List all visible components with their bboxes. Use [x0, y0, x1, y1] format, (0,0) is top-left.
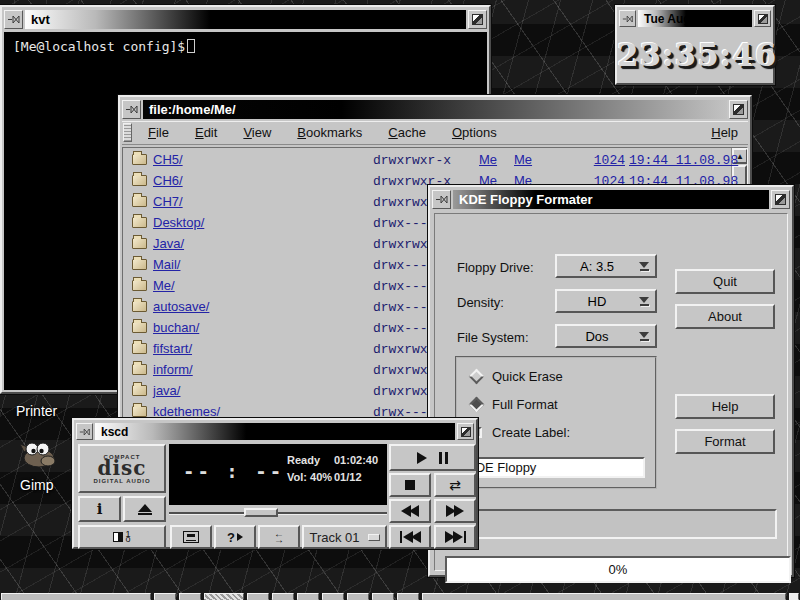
file-name-link[interactable]: java/	[153, 383, 180, 398]
maximize-icon[interactable]	[468, 10, 487, 29]
floppy-drive-combo[interactable]: A: 3.5	[555, 254, 657, 278]
volume-slider-handle[interactable]	[244, 508, 278, 517]
taskbar-button[interactable]	[1, 593, 151, 600]
clock-titlebar[interactable]: Tue Aug 18 1998	[619, 9, 771, 28]
playlist-button[interactable]: ←→	[258, 525, 300, 549]
previous-track-button[interactable]	[389, 525, 431, 549]
folder-icon[interactable]	[132, 196, 147, 207]
file-name-link[interactable]: Desktop/	[153, 215, 204, 230]
folder-icon[interactable]	[132, 406, 147, 417]
cddb-help-button[interactable]: ?	[214, 525, 256, 549]
menubar-drag-handle[interactable]	[123, 123, 132, 142]
taskbar-button[interactable]	[322, 593, 344, 600]
folder-icon[interactable]	[132, 322, 147, 333]
filesystem-combo[interactable]: Dos	[555, 324, 657, 348]
file-name-link[interactable]: Java/	[153, 236, 184, 251]
maximize-icon[interactable]	[457, 423, 474, 440]
floppy-drive-label: Floppy Drive:	[457, 260, 534, 275]
file-name-link[interactable]: CH6/	[153, 173, 183, 188]
eject-button[interactable]	[123, 496, 166, 522]
pin-icon[interactable]	[122, 100, 141, 119]
desktop-icon-printer-label[interactable]: Printer	[16, 403, 57, 419]
menu-item-edit[interactable]: Edit	[182, 125, 230, 140]
menu-item-options[interactable]: Options	[439, 125, 510, 140]
taskbar-button[interactable]	[397, 593, 419, 600]
folder-icon[interactable]	[132, 238, 147, 249]
taskbar-button[interactable]	[347, 593, 369, 600]
file-name-link[interactable]: Me/	[153, 278, 175, 293]
maximize-icon[interactable]	[771, 190, 790, 209]
file-name-link[interactable]: fifstart/	[153, 341, 192, 356]
info-button[interactable]: i	[78, 496, 121, 522]
play-icon	[417, 452, 427, 464]
play-pause-button[interactable]	[389, 444, 476, 471]
radio-full-format[interactable]: Full Format	[471, 397, 558, 412]
file-size-link[interactable]: 1024	[571, 153, 625, 168]
file-name-link[interactable]: inform/	[153, 362, 193, 377]
folder-icon[interactable]	[132, 301, 147, 312]
file-date-link[interactable]: 19:44 11.08.98	[629, 153, 738, 168]
taskbar-button[interactable]	[297, 593, 319, 600]
taskbar-button[interactable]	[247, 593, 269, 600]
volume-slider-track[interactable]	[169, 512, 387, 514]
stop-button[interactable]	[389, 473, 431, 497]
create-label-checkbox[interactable]: Create Label:	[471, 425, 570, 440]
fast-forward-button[interactable]	[434, 499, 476, 523]
taskbar-button-active[interactable]	[204, 593, 244, 600]
taskbar-button[interactable]	[272, 593, 294, 600]
menu-item-cache[interactable]: Cache	[375, 125, 439, 140]
density-combo[interactable]: HD	[555, 289, 657, 313]
radio-quick-erase[interactable]: Quick Erase	[471, 369, 563, 384]
maximize-icon[interactable]	[729, 100, 748, 119]
maximize-icon[interactable]	[754, 10, 771, 27]
menu-item-file[interactable]: File	[135, 125, 182, 140]
file-name-link[interactable]: kdethemes/	[153, 404, 220, 419]
track-combo[interactable]: Track 01	[302, 525, 387, 549]
cd-logo-button[interactable]: COMPACT disc DIGITAL AUDIO	[78, 444, 166, 493]
desktop-icon-gimp[interactable]: Gimp	[18, 438, 58, 493]
taskbar-button[interactable]	[789, 593, 799, 600]
file-name-link[interactable]: CH5/	[153, 152, 183, 167]
file-name-link[interactable]: Mail/	[153, 257, 180, 272]
kvt-titlebar[interactable]: kvt	[4, 9, 487, 30]
folder-icon[interactable]	[132, 175, 147, 186]
taskbar-button[interactable]	[422, 593, 786, 600]
loop-button[interactable]: ⇄	[434, 473, 476, 497]
folder-icon[interactable]	[132, 217, 147, 228]
floppy-titlebar[interactable]: KDE Floppy Formater	[432, 189, 790, 210]
time-display-mode-button[interactable]: 1o	[78, 525, 166, 549]
volume-label-input[interactable]	[461, 457, 645, 478]
pin-icon[interactable]	[4, 10, 23, 29]
pin-icon[interactable]	[432, 190, 451, 209]
rewind-button[interactable]	[389, 499, 431, 523]
file-name-link[interactable]: autosave/	[153, 299, 209, 314]
kfm-titlebar[interactable]: file:/home/Me/	[122, 99, 748, 120]
folder-icon[interactable]	[132, 364, 147, 375]
pin-icon[interactable]	[619, 10, 636, 27]
file-name-link[interactable]: CH7/	[153, 194, 183, 209]
taskbar-button[interactable]	[179, 593, 201, 600]
taskbar-button[interactable]	[372, 593, 394, 600]
folder-icon[interactable]	[132, 154, 147, 165]
folder-icon[interactable]	[132, 343, 147, 354]
folder-icon[interactable]	[132, 280, 147, 291]
menu-item-help[interactable]: Help	[701, 125, 748, 140]
file-name-link[interactable]: buchan/	[153, 320, 199, 335]
dock-button[interactable]	[170, 525, 212, 549]
about-button[interactable]: About	[675, 304, 775, 329]
question-icon: ?	[227, 530, 235, 545]
format-button[interactable]: Format	[675, 429, 775, 454]
folder-icon[interactable]	[132, 385, 147, 396]
file-group-link[interactable]: Me	[514, 152, 532, 167]
menu-item-view[interactable]: View	[230, 125, 284, 140]
taskbar-button[interactable]	[154, 593, 176, 600]
next-track-button[interactable]	[434, 525, 476, 549]
menu-item-bookmarks[interactable]: Bookmarks	[284, 125, 375, 140]
file-owner-link[interactable]: Me	[479, 152, 497, 167]
floppy-panel: Floppy Drive: A: 3.5 Density: HD File Sy…	[434, 213, 788, 571]
kscd-titlebar[interactable]: kscd	[76, 422, 474, 441]
quit-button[interactable]: Quit	[675, 269, 775, 294]
help-button[interactable]: Help	[675, 394, 775, 419]
folder-icon[interactable]	[132, 259, 147, 270]
pin-icon[interactable]	[76, 423, 93, 440]
